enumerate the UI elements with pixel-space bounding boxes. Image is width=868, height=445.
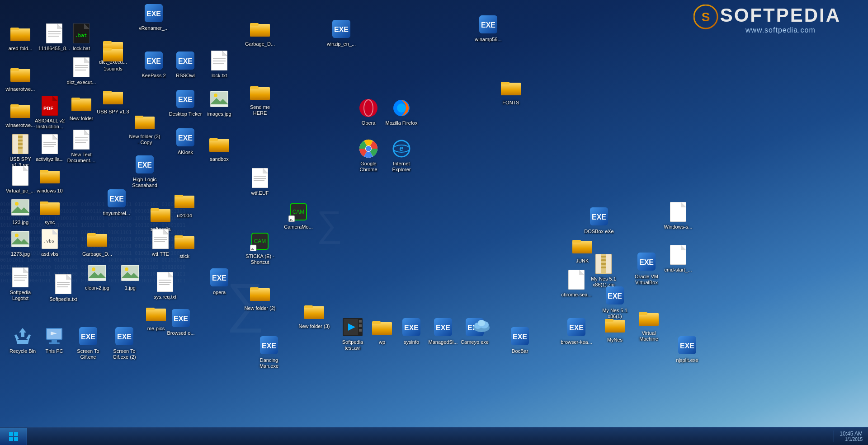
icon-winzip-en[interactable]: EXE winzip_en_... <box>323 18 359 47</box>
svg-text:EXE: EXE <box>137 161 152 169</box>
icon-1sounds[interactable]: 1sounds <box>95 43 131 72</box>
icon-sysinfo[interactable]: EXE sysinfo <box>393 316 429 346</box>
icon-Opera[interactable]: Opera <box>350 97 387 126</box>
svg-text:EXE: EXE <box>569 324 584 332</box>
icon-asd-vbs[interactable]: .vbs asd.vbs <box>32 228 68 258</box>
icon-Mozilla-Firefox[interactable]: Mozilla Firefox <box>383 97 420 126</box>
icon-img-Recycle-Bin <box>12 325 33 347</box>
icon-wtf-EUF[interactable]: wtf.EUF <box>242 167 278 197</box>
icon-AKiosk[interactable]: EXE AKiosk <box>167 126 203 156</box>
svg-rect-73 <box>209 139 229 152</box>
icon-USB-SPY[interactable]: USB SPY v1.3 <box>95 86 131 115</box>
icon-img-cmd-start <box>667 244 689 266</box>
sigma-pattern-2: ∑ <box>316 203 342 245</box>
icon-clean-2jpg[interactable]: clean-2.jpg <box>79 262 115 291</box>
icon-1jpg[interactable]: 1.jpg <box>112 262 148 291</box>
icon-img-softpedia-folder <box>150 203 171 225</box>
icon-KeePass2[interactable]: EXE KeePass 2 <box>136 50 172 79</box>
icon-tinyumbrel[interactable]: EXE tinyumbrel... <box>99 187 135 217</box>
icon-cmd-start[interactable]: cmd-start_... <box>660 244 696 273</box>
icon-sync[interactable]: sync <box>32 197 68 226</box>
icon-stick[interactable]: stick <box>166 230 203 260</box>
icon-label-winzip-en: winzip_en_... <box>326 41 357 47</box>
icon-img-STICKA-shortcut: CAM <box>249 230 271 252</box>
icon-chrome-sea[interactable]: chrome-sea... <box>558 269 594 298</box>
svg-rect-59 <box>250 86 259 89</box>
icon-Oracle-VM[interactable]: EXE Oracle VM VirtualBox <box>628 251 665 286</box>
icon-This-PC[interactable]: This PC <box>36 325 72 355</box>
icon-img-sysinfo: EXE <box>401 316 422 338</box>
icon-Screen-To-Gif[interactable]: EXE Screen To Gif.exe <box>70 325 106 361</box>
icon-lock-txt[interactable]: lock.txt <box>201 50 237 79</box>
svg-point-139 <box>15 234 19 237</box>
icon-CameraMo[interactable]: CAM CameraMo... <box>280 201 316 230</box>
icon-New-Text-Doc[interactable]: New Text Document.... <box>63 129 99 164</box>
icon-DOSBox-eXe[interactable]: EXE DOSBox eXe <box>581 206 617 235</box>
icon-cloud-app[interactable] <box>463 314 500 337</box>
icon-sys-req-txt[interactable]: sys.req.txt <box>147 271 183 300</box>
icon-img-lock-bat: .bat <box>71 23 92 44</box>
svg-text:PDF: PDF <box>43 106 53 111</box>
system-tray: 10:45 AM 1/1/2015 <box>834 431 868 442</box>
icon-ASIO4ALL[interactable]: PDF ASIO4ALL v2 Instruction... <box>32 95 68 130</box>
icon-activityzilla[interactable]: activityzilla... <box>32 133 68 163</box>
icon-lock-bat[interactable]: .bat lock.bat <box>63 23 99 52</box>
icon-sandbox[interactable]: sandbox <box>201 133 237 163</box>
svg-text:EXE: EXE <box>81 333 95 341</box>
icon-img-New-folder-3-copy <box>134 111 156 132</box>
icon-Google-Chrome[interactable]: Google Chrome <box>350 138 387 173</box>
icon-Desktop-Ticker[interactable]: EXE Desktop Ticker <box>167 88 203 117</box>
icon-label-1273-jpg: 1273.jpg <box>9 251 31 258</box>
icon-browser-kea[interactable]: EXE browser-kea... <box>558 316 594 346</box>
icon-Send-me-HERE[interactable]: Send me HERE <box>242 81 278 117</box>
svg-text:EXE: EXE <box>262 342 276 350</box>
icon-FONTS[interactable]: FONTS <box>493 77 529 106</box>
icon-Browsedot[interactable]: EXE Browsed o... <box>163 307 199 337</box>
icon-winaerotwe[interactable]: winaerotwe... <box>2 63 38 93</box>
icon-label-1sounds: 1sounds <box>102 66 124 72</box>
icon-dict_execut2[interactable]: dict_execut... <box>63 56 99 86</box>
icon-Garbage-D2[interactable]: Garbage_D... <box>79 228 115 258</box>
icon-STICKA-shortcut[interactable]: CAM STICKA (E) - Shortcut <box>242 230 278 266</box>
icon-Screen-To-Gif-2[interactable]: EXE Screen To Gif.exe (2) <box>106 325 142 361</box>
icon-Windows-s[interactable]: Windows-s... <box>660 201 696 230</box>
icon-ared-fold[interactable]: ared-fold... <box>2 23 38 52</box>
icon-img-New-folder <box>71 93 92 114</box>
icon-Softpedia-txt[interactable]: Softpedia.txt <box>45 273 81 303</box>
svg-rect-197 <box>359 324 362 327</box>
icon-High-Logic[interactable]: EXE High-Logic Scanahand <box>127 154 163 189</box>
start-button[interactable] <box>0 428 27 445</box>
icon-img-winamp56: EXE <box>477 14 499 35</box>
icon-New-folder-2[interactable]: New folder (2) <box>242 282 278 312</box>
icon-Virtual-Machine[interactable]: Virtual Machine <box>631 307 667 342</box>
svg-text:EXE: EXE <box>639 258 654 266</box>
svg-rect-27 <box>103 49 123 61</box>
icon-images-jpg[interactable]: images.jpg <box>201 88 237 117</box>
icon-njsplit-exe[interactable]: EXE njsplit.exe <box>669 334 705 364</box>
icon-Dancing-man[interactable]: EXE Dancing Man.exe <box>251 334 287 370</box>
icon-opera-exe[interactable]: EXE opera <box>201 267 237 296</box>
icon-label-Softpedia-Logotxt: Softpedia Logotxt <box>2 289 38 302</box>
icon-New-folder[interactable]: New folder <box>63 93 99 122</box>
icon-winamp56[interactable]: EXE winamp56... <box>470 14 506 43</box>
icon-windows10[interactable]: windows 10 <box>32 165 68 194</box>
icon-ManagedSi[interactable]: EXE ManagedSi... <box>425 316 461 346</box>
icon-DocBar[interactable]: EXE DocBar <box>502 325 538 355</box>
svg-rect-262 <box>605 319 613 322</box>
icon-vRenamer[interactable]: EXE vRenamer_... <box>136 2 172 32</box>
icon-New-folder-3[interactable]: New folder (3) <box>296 300 332 330</box>
icon-img-Desktop-Ticker: EXE <box>175 88 196 110</box>
icon-img-Google-Chrome <box>358 138 379 159</box>
icon-label-New-folder-3: New folder (3) <box>297 323 331 330</box>
icon-Garbage-D[interactable]: Garbage_D... <box>242 18 278 47</box>
icon-Recycle-Bin[interactable]: Recycle Bin <box>5 325 41 355</box>
svg-text:.vbs: .vbs <box>43 239 54 244</box>
icon-label-stick: stick <box>178 253 191 260</box>
icon-Softpedia-Logotxt[interactable]: Softpedia Logotxt <box>2 267 38 302</box>
icon-Internet-Explorer[interactable]: e Internet Explorer <box>383 138 420 173</box>
icon-RSSOwl[interactable]: EXE RSSOwl <box>167 50 203 79</box>
icon-MyNes[interactable]: MyNes <box>597 314 633 343</box>
icon-New-folder-3-copy[interactable]: New folder (3) - Copy <box>127 111 163 146</box>
icon-label-Softpedia-txt: Softpedia.txt <box>48 296 78 303</box>
svg-rect-132 <box>151 209 170 222</box>
